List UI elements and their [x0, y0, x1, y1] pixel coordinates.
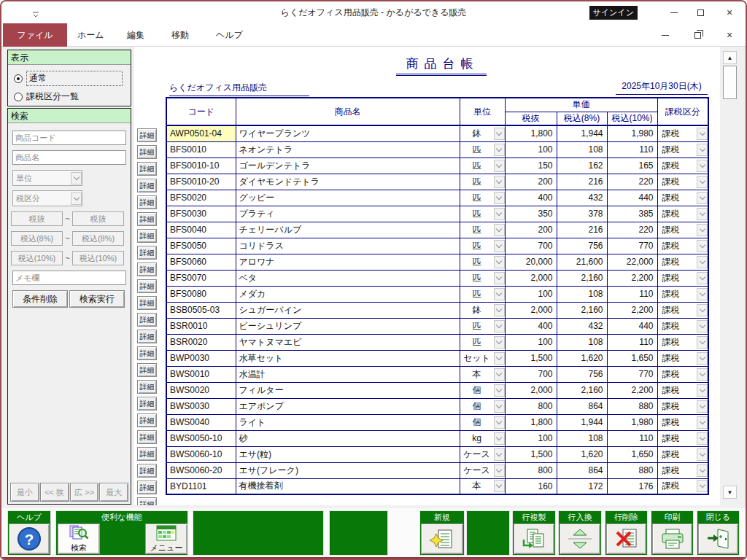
row-detail-button[interactable]: 詳細: [137, 229, 157, 243]
price-inc8-cell[interactable]: 21,600: [557, 254, 607, 270]
tax-class-value[interactable]: 課税: [658, 432, 697, 445]
unit-dropdown-button[interactable]: [494, 400, 505, 413]
product-code-cell[interactable]: BFS0080: [166, 286, 236, 302]
scrollbar-thumb[interactable]: [723, 66, 737, 99]
price-inc10-cell[interactable]: 220: [607, 174, 657, 190]
signin-button[interactable]: サインイン: [589, 6, 638, 20]
memo-input[interactable]: [12, 271, 126, 285]
unit-dropdown-button[interactable]: [494, 432, 505, 445]
product-name-cell[interactable]: シュガーバイン: [236, 302, 460, 318]
product-code-cell[interactable]: BWS0040: [166, 414, 236, 430]
price-inc8-cell[interactable]: 756: [557, 366, 607, 382]
tax-class-value[interactable]: 課税: [658, 288, 697, 300]
tax-class-value[interactable]: 課税: [658, 448, 697, 461]
child-restore-button[interactable]: [681, 24, 713, 46]
price-inc8-cell[interactable]: 432: [557, 318, 607, 334]
tax-class-value[interactable]: 課税: [658, 208, 697, 220]
price-inc10-cell[interactable]: 1,650: [607, 446, 657, 462]
scroll-up-button[interactable]: ▲: [723, 51, 737, 64]
unit-value[interactable]: 匹: [460, 256, 494, 268]
tax-class-dropdown-button[interactable]: [697, 384, 708, 397]
product-name-cell[interactable]: プラティ: [236, 206, 460, 222]
vertical-scrollbar[interactable]: ▲ ▼: [722, 51, 738, 499]
unit-dropdown-button[interactable]: [494, 160, 505, 172]
product-code-cell[interactable]: BFS0050: [166, 238, 236, 254]
unit-dropdown-button[interactable]: [494, 176, 505, 188]
menu-edit[interactable]: 編集: [127, 23, 144, 47]
close-button[interactable]: ×: [713, 1, 746, 23]
product-name-cell[interactable]: フィルター: [236, 382, 460, 398]
product-code-cell[interactable]: BWS0060-20: [166, 462, 236, 478]
product-code-cell[interactable]: BWS0010: [166, 366, 236, 382]
price-ex-tax-cell[interactable]: 160: [505, 478, 557, 494]
product-name-cell[interactable]: エアポンプ: [236, 398, 460, 414]
unit-dropdown-button[interactable]: [494, 416, 505, 429]
product-name-cell[interactable]: ビーシュリンプ: [236, 318, 460, 334]
product-name-cell[interactable]: 砂: [236, 430, 460, 446]
width-max-button[interactable]: 最大: [99, 483, 128, 502]
tax-class-dropdown-button[interactable]: [697, 368, 708, 381]
product-code-cell[interactable]: BWS0030: [166, 398, 236, 414]
child-close-button[interactable]: ×: [713, 24, 746, 46]
unit-dropdown-button[interactable]: [494, 192, 505, 204]
tax-class-value[interactable]: 課税: [658, 400, 697, 413]
price-inc10-cell[interactable]: 1,980: [607, 125, 657, 141]
tax-class-value[interactable]: 課税: [658, 144, 697, 156]
price-inc10-to-field[interactable]: 税込(10%): [72, 251, 124, 265]
width-min-button[interactable]: 最小: [10, 483, 39, 502]
tax-class-dropdown-button[interactable]: [697, 288, 708, 300]
product-name-cell[interactable]: 有機接着剤: [236, 478, 460, 494]
price-ex-tax-cell[interactable]: 20,000: [505, 254, 557, 270]
width-narrow-button[interactable]: << 狭: [40, 483, 69, 502]
price-ex-tax-cell[interactable]: 350: [505, 206, 557, 222]
radio-tax-class-list[interactable]: 課税区分一覧: [14, 90, 79, 103]
product-name-cell[interactable]: 水温計: [236, 366, 460, 382]
row-detail-button[interactable]: 詳細: [137, 145, 157, 159]
price-inc10-cell[interactable]: 1,980: [607, 414, 657, 430]
product-name-cell[interactable]: ダイヤモンドテトラ: [236, 174, 460, 190]
price-ex-tax-cell[interactable]: 1,500: [505, 350, 557, 366]
unit-dropdown-button[interactable]: [494, 144, 505, 156]
price-inc10-cell[interactable]: 440: [607, 318, 657, 334]
product-code-cell[interactable]: BWS0020: [166, 382, 236, 398]
product-code-cell[interactable]: BWP0030: [166, 350, 236, 366]
product-code-cell[interactable]: BWS0060-10: [166, 446, 236, 462]
tax-class-dropdown-button[interactable]: [697, 176, 708, 188]
price-ex-tax-cell[interactable]: 150: [505, 158, 557, 174]
price-inc10-cell[interactable]: 2,200: [607, 382, 657, 398]
product-name-input[interactable]: [12, 150, 126, 165]
price-inc10-from-field[interactable]: 税込(10%): [11, 251, 63, 265]
tax-class-dropdown-button[interactable]: [697, 144, 708, 156]
row-detail-button[interactable]: 詳細: [137, 497, 157, 505]
product-code-cell[interactable]: BFS0010: [166, 141, 236, 158]
tax-class-value[interactable]: 課税: [658, 304, 697, 316]
price-inc10-cell[interactable]: 385: [607, 206, 657, 222]
row-detail-button[interactable]: 詳細: [137, 179, 157, 192]
unit-value[interactable]: 匹: [460, 240, 494, 252]
tax-class-dropdown-button[interactable]: [697, 448, 708, 461]
tax-class-dropdown-button[interactable]: [697, 272, 708, 284]
product-code-input[interactable]: [12, 131, 126, 145]
row-detail-button[interactable]: 詳細: [137, 128, 157, 142]
row-detail-button[interactable]: 詳細: [137, 262, 157, 276]
product-code-cell[interactable]: BWS0050-10: [166, 430, 236, 446]
tax-class-dropdown-button[interactable]: [697, 240, 708, 252]
unit-value[interactable]: 匹: [460, 320, 494, 332]
price-inc10-cell[interactable]: 770: [607, 366, 657, 382]
unit-value[interactable]: 本: [460, 480, 494, 492]
tax-class-dropdown-button[interactable]: [697, 480, 708, 492]
price-inc8-cell[interactable]: 2,160: [557, 270, 607, 286]
unit-value[interactable]: 匹: [460, 288, 494, 300]
tax-class-dropdown-button[interactable]: [697, 208, 708, 220]
unit-dropdown-button[interactable]: [494, 336, 505, 349]
unit-dropdown-button[interactable]: [494, 448, 505, 461]
price-inc10-cell[interactable]: 176: [607, 478, 657, 494]
row-detail-button[interactable]: 詳細: [137, 195, 157, 209]
unit-dropdown-button[interactable]: [494, 368, 505, 381]
clear-conditions-button[interactable]: 条件削除: [12, 290, 68, 308]
price-inc8-cell[interactable]: 864: [557, 462, 607, 478]
price-inc8-cell[interactable]: 162: [557, 158, 607, 174]
price-ex-tax-cell[interactable]: 1,800: [505, 414, 557, 430]
unit-value[interactable]: 個: [460, 416, 494, 429]
row-detail-button[interactable]: 詳細: [137, 447, 157, 461]
